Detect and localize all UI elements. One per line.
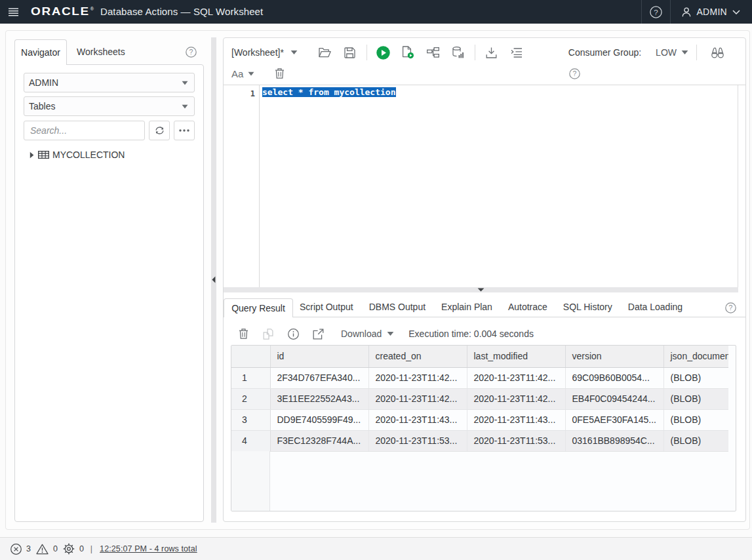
format-code-button[interactable] bbox=[504, 48, 529, 58]
processes-status[interactable]: 0 bbox=[63, 543, 84, 555]
table-row[interactable]: 3 DD9E7405599F49... 2020-11-23T11:43... … bbox=[231, 409, 728, 430]
worksheet-help-button[interactable]: ? bbox=[569, 68, 580, 79]
cell-last-modified[interactable]: 2020-11-23T11:53... bbox=[467, 430, 565, 451]
editor-code-area[interactable]: select * from mycollection bbox=[260, 85, 738, 287]
row-number: 4 bbox=[231, 430, 270, 451]
download-icon bbox=[486, 47, 497, 58]
tab-query-result-label: Query Result bbox=[231, 303, 285, 313]
cell-created-on[interactable]: 2020-11-23T11:43... bbox=[368, 409, 467, 430]
info-button[interactable] bbox=[281, 329, 306, 340]
discard-results-button[interactable] bbox=[231, 329, 256, 339]
cell-last-modified[interactable]: 2020-11-23T11:42... bbox=[467, 388, 565, 409]
format-icon bbox=[511, 48, 523, 58]
panel-splitter[interactable] bbox=[211, 37, 216, 523]
editor-scrollbar-gutter[interactable] bbox=[738, 85, 745, 287]
tab-sql-history[interactable]: SQL History bbox=[563, 302, 612, 317]
run-statement-button[interactable] bbox=[371, 46, 396, 60]
table-row[interactable]: 1 2F34D767EFA340... 2020-11-23T11:42... … bbox=[231, 367, 728, 388]
run-script-button[interactable] bbox=[396, 46, 421, 59]
navigator-help-button[interactable]: ? bbox=[186, 39, 197, 64]
results-help-button[interactable]: ? bbox=[725, 302, 736, 313]
font-size-label: Aa bbox=[231, 68, 243, 79]
run-script-icon bbox=[402, 46, 414, 59]
column-header-id[interactable]: id bbox=[270, 346, 368, 367]
download-label: Download bbox=[341, 329, 382, 339]
tab-navigator[interactable]: Navigator bbox=[14, 39, 67, 65]
column-header-created-on[interactable]: created_on bbox=[368, 346, 467, 367]
column-header-json-document[interactable]: json_document bbox=[663, 346, 728, 367]
explain-plan-button[interactable] bbox=[421, 47, 446, 58]
cell-created-on[interactable]: 2020-11-23T11:42... bbox=[368, 388, 467, 409]
schema-select[interactable]: ADMIN bbox=[24, 73, 195, 92]
object-type-select[interactable]: Tables bbox=[24, 96, 195, 116]
tab-worksheets[interactable]: Worksheets bbox=[77, 39, 125, 64]
cell-version[interactable]: 0FE5AEF30FA145... bbox=[565, 409, 663, 430]
execution-time: Execution time: 0.004 seconds bbox=[408, 329, 534, 339]
sql-editor[interactable]: 1 select * from mycollection bbox=[224, 85, 745, 287]
find-button[interactable] bbox=[705, 47, 730, 58]
results-splitter[interactable] bbox=[224, 287, 738, 292]
column-header-version[interactable]: version bbox=[565, 346, 663, 367]
download-results-button[interactable]: Download bbox=[341, 329, 394, 339]
svg-text:?: ? bbox=[729, 304, 733, 311]
refresh-button[interactable] bbox=[149, 121, 170, 140]
menu-button[interactable] bbox=[0, 0, 26, 24]
consumer-group-select[interactable]: LOW bbox=[656, 47, 688, 58]
navigator-tab-bar: Navigator Worksheets ? bbox=[14, 39, 204, 64]
search-input[interactable] bbox=[24, 121, 145, 140]
gear-icon bbox=[63, 543, 75, 555]
worksheet-title-dropdown[interactable]: [Worksheet]* bbox=[231, 47, 298, 58]
cell-created-on[interactable]: 2020-11-23T11:53... bbox=[368, 430, 467, 451]
caret-down-icon bbox=[387, 331, 394, 336]
user-menu[interactable]: ADMIN bbox=[671, 0, 752, 24]
cell-version[interactable]: 03161BB898954C... bbox=[565, 430, 663, 451]
tab-autotrace[interactable]: Autotrace bbox=[508, 302, 547, 317]
header-help-button[interactable]: ? bbox=[642, 0, 670, 24]
cell-json-document[interactable]: (BLOB) bbox=[663, 367, 728, 388]
toolbar-separator bbox=[475, 45, 475, 60]
cell-last-modified[interactable]: 2020-11-23T11:43... bbox=[467, 409, 565, 430]
warnings-status[interactable]: 0 bbox=[36, 544, 58, 555]
cell-created-on[interactable]: 2020-11-23T11:42... bbox=[368, 367, 467, 388]
copy-results-button[interactable] bbox=[256, 329, 281, 340]
open-file-button[interactable] bbox=[313, 47, 338, 58]
tab-script-output[interactable]: Script Output bbox=[300, 302, 353, 317]
more-options-button[interactable] bbox=[174, 121, 195, 140]
tab-data-loading[interactable]: Data Loading bbox=[628, 302, 683, 317]
tab-navigator-label: Navigator bbox=[21, 47, 60, 58]
save-button[interactable] bbox=[338, 47, 363, 58]
tab-explain-plan[interactable]: Explain Plan bbox=[441, 302, 492, 317]
cell-id[interactable]: 3E11EE22552A43... bbox=[270, 388, 368, 409]
tab-query-result[interactable]: Query Result bbox=[224, 298, 293, 317]
clear-editor-button[interactable] bbox=[275, 68, 285, 79]
font-size-button[interactable]: Aa bbox=[231, 68, 254, 79]
cell-json-document[interactable]: (BLOB) bbox=[663, 430, 728, 451]
processes-count: 0 bbox=[79, 544, 84, 553]
result-grid-viewport: id created_on last_modified version json… bbox=[231, 346, 728, 511]
download-editor-button[interactable] bbox=[479, 47, 504, 58]
run-icon bbox=[376, 46, 390, 60]
cell-id[interactable]: DD9E7405599F49... bbox=[270, 409, 368, 430]
cell-last-modified[interactable]: 2020-11-23T11:42... bbox=[467, 367, 565, 388]
cell-id[interactable]: 2F34D767EFA340... bbox=[270, 367, 368, 388]
hamburger-icon bbox=[9, 8, 18, 16]
cell-json-document[interactable]: (BLOB) bbox=[663, 409, 728, 430]
tree-item-mycollection[interactable]: MYCOLLECTION bbox=[24, 148, 195, 162]
cell-id[interactable]: F3EC12328F744A... bbox=[270, 430, 368, 451]
status-link[interactable]: 12:25:07 PM - 4 rows total bbox=[100, 544, 197, 553]
open-in-new-tab-button[interactable] bbox=[306, 329, 330, 340]
errors-status[interactable]: 3 bbox=[10, 544, 31, 555]
table-row[interactable]: 4 F3EC12328F744A... 2020-11-23T11:53... … bbox=[231, 430, 728, 451]
worksheet-toolbar: [Worksheet]* bbox=[224, 41, 745, 64]
table-icon bbox=[38, 151, 49, 159]
column-header-last-modified[interactable]: last_modified bbox=[467, 346, 565, 367]
column-header-blank[interactable] bbox=[231, 346, 270, 367]
warnings-count: 0 bbox=[53, 544, 58, 553]
cell-version[interactable]: EB4F0C09454244... bbox=[565, 388, 663, 409]
table-row[interactable]: 2 3E11EE22552A43... 2020-11-23T11:42... … bbox=[231, 388, 728, 409]
trash-icon bbox=[239, 329, 248, 339]
tab-dbms-output[interactable]: DBMS Output bbox=[369, 302, 425, 317]
autotrace-button[interactable] bbox=[446, 47, 471, 58]
cell-json-document[interactable]: (BLOB) bbox=[663, 388, 728, 409]
cell-version[interactable]: 69C09B60B0054... bbox=[565, 367, 663, 388]
